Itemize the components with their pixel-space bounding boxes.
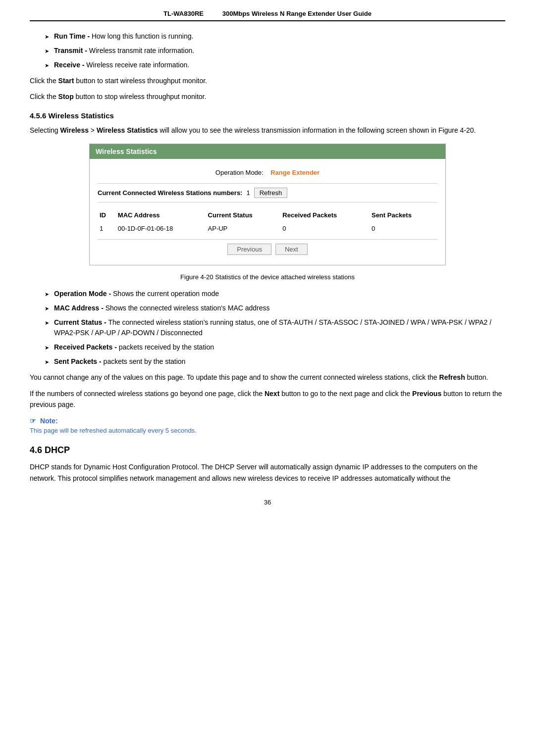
- ws-op-mode-value: Range Extender: [270, 169, 320, 176]
- bullet-runtime-text: How long this function is running.: [90, 32, 193, 40]
- model-number: TL-WA830RE: [163, 10, 204, 17]
- stop-bold: Stop: [58, 93, 74, 101]
- bullet-receive: Receive - Wireless receive rate informat…: [45, 60, 505, 70]
- table-row: 1 00-1D-0F-01-06-18 AP-UP 0 0: [98, 223, 437, 234]
- bullet-transmit: Transmit - Wireless transmit rate inform…: [45, 46, 505, 56]
- wireless-stats-bold: Wireless Statistics: [97, 126, 158, 134]
- section-456-intro: Selecting Wireless > Wireless Statistics…: [30, 125, 505, 136]
- note-label: ☞ Note:: [30, 417, 505, 425]
- bullet-op-mode: Operation Mode - Shows the current opera…: [45, 289, 505, 299]
- page-header: TL-WA830RE 300Mbps Wireless N Range Exte…: [30, 10, 505, 21]
- ws-table-header: ID MAC Address Current Status Received P…: [98, 209, 437, 223]
- dhcp-para: DHCP stands for Dynamic Host Configurati…: [30, 461, 505, 484]
- refresh-button[interactable]: Refresh: [254, 188, 288, 198]
- bullet-sent-bold: Sent Packets -: [54, 357, 102, 365]
- bullet-runtime-bold: Run Time -: [54, 32, 90, 40]
- bullet-mac-bold: MAC Address -: [54, 304, 104, 312]
- ws-header-row: ID MAC Address Current Status Received P…: [98, 209, 437, 223]
- refresh-para1: You cannot change any of the values on t…: [30, 372, 505, 383]
- col-sent: Sent Packets: [370, 209, 437, 223]
- bullet-op-mode-text: Shows the current operation mode: [111, 290, 219, 298]
- document-title: 300Mbps Wireless N Range Extender User G…: [222, 10, 372, 17]
- bullet-current-status: Current Status - The connected wireless …: [45, 317, 505, 338]
- wireless-statistics-panel: Wireless Statistics Operation Mode: Rang…: [89, 144, 446, 265]
- start-bold: Start: [58, 77, 74, 85]
- note-section: ☞ Note: This page will be refreshed auto…: [30, 417, 505, 434]
- ws-stations-count: 1: [246, 189, 250, 197]
- next-button[interactable]: Next: [275, 244, 308, 255]
- wireless-bold: Wireless: [60, 126, 88, 134]
- cell-status: AP-UP: [206, 223, 281, 234]
- bullet-transmit-bold: Transmit -: [54, 47, 87, 54]
- section-456-heading: 4.5.6 Wireless Statistics: [30, 111, 505, 120]
- bullet-op-mode-bold: Operation Mode -: [54, 290, 111, 298]
- ws-panel-body: Operation Mode: Range Extender Current C…: [90, 159, 445, 265]
- next-bold: Next: [265, 390, 279, 398]
- ws-op-mode-label: Operation Mode:: [215, 169, 264, 176]
- cell-id: 1: [98, 223, 116, 234]
- col-status: Current Status: [206, 209, 281, 223]
- figure-caption: Figure 4-20 Statistics of the device att…: [30, 273, 505, 281]
- bullet-transmit-text: Wireless transmit rate information.: [87, 47, 194, 54]
- ws-stations-label: Current Connected Wireless Stations numb…: [98, 189, 242, 197]
- col-mac: MAC Address: [116, 209, 206, 223]
- bullet-receive-text: Wireless receive rate information.: [84, 61, 189, 69]
- bullet-receive-bold: Receive -: [54, 61, 84, 69]
- cell-mac: 00-1D-0F-01-06-18: [116, 223, 206, 234]
- bullet-mac: MAC Address - Shows the connected wirele…: [45, 303, 505, 313]
- bullet-cs-text: The connected wireless station's running…: [54, 318, 491, 337]
- section-46-heading: 4.6 DHCP: [30, 445, 505, 455]
- col-received: Received Packets: [280, 209, 370, 223]
- refresh-bold: Refresh: [439, 373, 465, 381]
- ws-table-body: 1 00-1D-0F-01-06-18 AP-UP 0 0: [98, 223, 437, 234]
- page-number: 36: [30, 499, 505, 506]
- bullet-cs-bold: Current Status -: [54, 318, 107, 326]
- ws-navigation-row: Previous Next: [98, 239, 437, 259]
- ws-panel-title: Wireless Statistics: [90, 144, 445, 159]
- start-para: Click the Start button to start wireless…: [30, 75, 505, 86]
- bullet-mac-text: Shows the connected wireless station's M…: [104, 304, 270, 312]
- bullet-runtime: Run Time - How long this function is run…: [45, 31, 505, 42]
- bullet-sent: Sent Packets - packets sent by the stati…: [45, 356, 505, 367]
- previous-bold: Previous: [412, 390, 441, 398]
- bullet-recv-bold: Received Packets -: [54, 343, 117, 351]
- ws-data-table: ID MAC Address Current Status Received P…: [98, 209, 437, 234]
- ws-stations-row: Current Connected Wireless Stations numb…: [98, 183, 437, 202]
- note-icon: ☞: [30, 417, 36, 425]
- col-id: ID: [98, 209, 116, 223]
- note-text: This page will be refreshed automaticall…: [30, 427, 505, 434]
- bullet-recv-text: packets received by the station: [117, 343, 214, 351]
- refresh-para2: If the numbers of connected wireless sta…: [30, 388, 505, 410]
- stop-para: Click the Stop button to stop wireless t…: [30, 91, 505, 102]
- cell-sent: 0: [370, 223, 437, 234]
- top-bullet-list: Run Time - How long this function is run…: [45, 31, 505, 70]
- previous-button[interactable]: Previous: [227, 244, 271, 255]
- bullet-received: Received Packets - packets received by t…: [45, 342, 505, 353]
- mid-bullet-list: Operation Mode - Shows the current opera…: [45, 289, 505, 367]
- ws-operation-mode-row: Operation Mode: Range Extender: [98, 169, 437, 176]
- cell-received: 0: [280, 223, 370, 234]
- bullet-sent-text: packets sent by the station: [102, 357, 186, 365]
